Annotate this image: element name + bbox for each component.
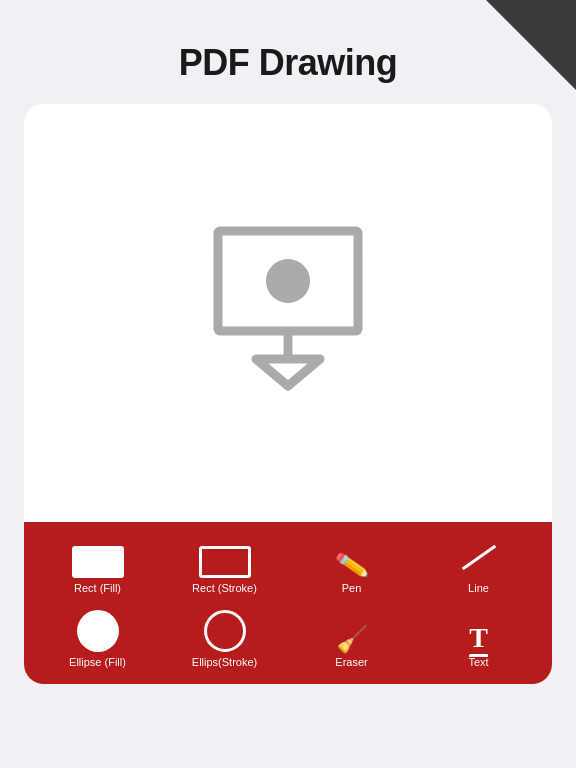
rect-fill-label: Rect (Fill): [74, 582, 121, 594]
tool-text[interactable]: T Text: [415, 604, 542, 674]
eraser-label: Eraser: [335, 656, 367, 668]
drawing-toolbar: Rect (Fill) Rect (Stroke) ✏️ Pen Line El…: [24, 522, 552, 684]
ellipse-fill-icon: [77, 610, 119, 652]
text-icon: T: [469, 624, 488, 652]
main-card: Rect (Fill) Rect (Stroke) ✏️ Pen Line El…: [24, 104, 552, 684]
ellipse-fill-label: Ellipse (Fill): [69, 656, 126, 668]
svg-marker-3: [256, 359, 320, 386]
eraser-icon: 🧹: [336, 626, 368, 652]
text-label: Text: [468, 656, 488, 668]
pen-label: Pen: [342, 582, 362, 594]
svg-point-1: [266, 259, 310, 303]
pen-icon: ✏️: [333, 549, 369, 580]
tool-line[interactable]: Line: [415, 536, 542, 600]
rect-fill-icon: [72, 546, 124, 578]
tool-rect-stroke[interactable]: Rect (Stroke): [161, 536, 288, 600]
ellipse-stroke-icon: [204, 610, 246, 652]
tool-eraser[interactable]: 🧹 Eraser: [288, 604, 415, 674]
rect-stroke-icon: [199, 546, 251, 578]
ellips-stroke-label: Ellips(Stroke): [192, 656, 257, 668]
canvas-area[interactable]: [24, 104, 552, 522]
line-label: Line: [468, 582, 489, 594]
easel-illustration: [188, 211, 388, 415]
tool-ellipse-fill[interactable]: Ellipse (Fill): [34, 604, 161, 674]
tool-pen[interactable]: ✏️ Pen: [288, 536, 415, 600]
rect-stroke-label: Rect (Stroke): [192, 582, 257, 594]
line-icon: [461, 544, 495, 569]
tool-rect-fill[interactable]: Rect (Fill): [34, 536, 161, 600]
tool-ellips-stroke[interactable]: Ellips(Stroke): [161, 604, 288, 674]
corner-decoration: [486, 0, 576, 90]
